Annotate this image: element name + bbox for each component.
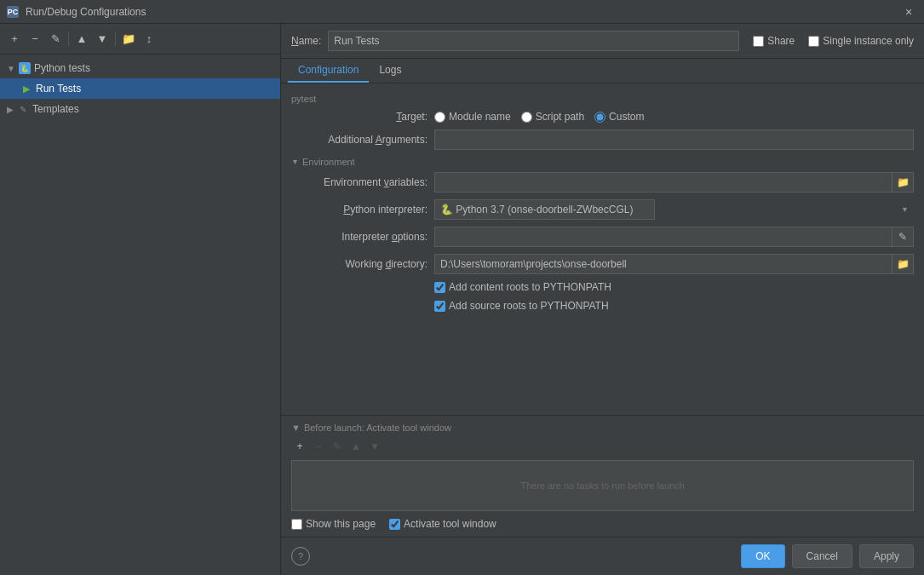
template-icon: ✎ xyxy=(17,103,29,115)
config-tree: ▼ 🐍 Python tests ▶ Run Tests ▶ ✎ Templat… xyxy=(0,55,280,575)
name-row: Name: Share Single instance only xyxy=(281,24,924,59)
share-row: Share Single instance only xyxy=(753,35,914,47)
single-instance-checkbox[interactable] xyxy=(808,36,819,47)
additional-args-row: Additional Arguments: xyxy=(291,129,914,150)
browse-folder-icon: 📁 xyxy=(897,176,910,188)
sort-button[interactable]: ↕ xyxy=(140,30,158,49)
expand-button[interactable]: ▲ xyxy=(72,30,91,49)
single-instance-checkbox-label[interactable]: Single instance only xyxy=(808,35,914,47)
sort-icon: ↕ xyxy=(146,32,152,45)
environment-section-header[interactable]: ▼ Environment xyxy=(291,157,914,167)
bl-up-button[interactable]: ▲ xyxy=(347,438,364,455)
bl-edit-button[interactable]: ✎ xyxy=(329,438,346,455)
custom-radio[interactable] xyxy=(594,112,605,123)
working-dir-input-group: 📁 xyxy=(434,254,914,274)
python-icon: 🐍 xyxy=(19,62,31,74)
env-arrow-icon: ▼ xyxy=(291,158,299,166)
python-interp-row: Python interpreter: 🐍 Python 3.7 (onse-d… xyxy=(291,199,914,220)
module-name-radio-label[interactable]: Module name xyxy=(434,111,511,123)
python-interp-label: Python interpreter: xyxy=(291,204,428,216)
interp-options-label: Interpreter options: xyxy=(291,231,428,243)
apply-button[interactable]: Apply xyxy=(859,544,914,568)
bl-down-button[interactable]: ▼ xyxy=(366,438,383,455)
folder-button[interactable]: 📁 xyxy=(119,30,138,49)
tree-group-python-tests[interactable]: ▼ 🐍 Python tests xyxy=(0,58,280,78)
show-this-page-checkbox[interactable] xyxy=(291,519,302,530)
activate-tool-window-label[interactable]: Activate tool window xyxy=(389,518,496,530)
toolbar-separator xyxy=(68,32,69,46)
additional-args-label: Additional Arguments: xyxy=(291,134,428,146)
app-icon: PC xyxy=(7,6,19,18)
interp-browse-icon: ✎ xyxy=(898,231,907,243)
before-launch-section: ▼ Before launch: Activate tool window + … xyxy=(281,415,924,537)
left-panel: + − ✎ ▲ ▼ 📁 ↕ xyxy=(0,24,281,575)
config-toolbar: + − ✎ ▲ ▼ 📁 ↕ xyxy=(0,24,280,55)
tree-group-label: Python tests xyxy=(34,62,90,74)
interp-options-browse-button[interactable]: ✎ xyxy=(892,227,914,247)
add-source-roots-label[interactable]: Add source roots to PYTHONPATH xyxy=(434,300,609,312)
folder-icon: 📁 xyxy=(122,32,135,45)
close-button[interactable]: × xyxy=(900,3,917,20)
right-panel: Name: Share Single instance only Configu… xyxy=(281,24,924,575)
add-content-roots-checkbox[interactable] xyxy=(434,282,445,293)
env-vars-input-group: 📁 xyxy=(434,172,914,193)
interp-options-input[interactable] xyxy=(434,227,892,247)
module-name-radio[interactable] xyxy=(434,112,445,123)
templates-label: Templates xyxy=(32,103,79,115)
script-path-radio-label[interactable]: Script path xyxy=(521,111,584,123)
tree-item-run-tests[interactable]: ▶ Run Tests xyxy=(0,78,280,99)
content-roots-row: Add content roots to PYTHONPATH xyxy=(291,281,914,293)
pytest-label: pytest xyxy=(291,94,914,104)
toolbar-separator-2 xyxy=(115,32,116,46)
config-area: pytest Target: Module name Script path xyxy=(281,83,924,415)
ok-button[interactable]: OK xyxy=(741,544,784,568)
name-input[interactable] xyxy=(328,31,739,51)
tab-logs[interactable]: Logs xyxy=(369,59,411,83)
help-button[interactable]: ? xyxy=(291,547,310,566)
custom-radio-label[interactable]: Custom xyxy=(594,111,644,123)
run-icon: ▶ xyxy=(20,83,32,95)
target-label: Target: xyxy=(291,111,428,123)
expand-arrow-icon: ▼ xyxy=(7,64,15,73)
collapse-button[interactable]: ▼ xyxy=(93,30,112,49)
add-config-button[interactable]: + xyxy=(5,30,24,49)
target-radio-group: Module name Script path Custom xyxy=(434,111,914,123)
remove-config-button[interactable]: − xyxy=(26,30,44,49)
share-checkbox[interactable] xyxy=(753,36,764,47)
footer-buttons: OK Cancel Apply xyxy=(741,544,914,568)
working-dir-browse-button[interactable]: 📁 xyxy=(892,254,914,274)
edit-config-button[interactable]: ✎ xyxy=(46,30,65,49)
env-vars-row: Environment variables: 📁 xyxy=(291,172,914,193)
dialog-title: Run/Debug Configurations xyxy=(26,6,893,18)
python-interp-wrapper: 🐍 Python 3.7 (onse-doorbell-ZWbecCGL) xyxy=(434,199,914,220)
template-expand-arrow-icon: ▶ xyxy=(7,105,14,114)
name-label: Name: xyxy=(291,35,321,47)
script-path-radio[interactable] xyxy=(521,112,532,123)
python-interp-select[interactable]: 🐍 Python 3.7 (onse-doorbell-ZWbecCGL) xyxy=(434,199,655,220)
cancel-button[interactable]: Cancel xyxy=(792,544,852,568)
add-content-roots-label[interactable]: Add content roots to PYTHONPATH xyxy=(434,281,611,293)
bottom-checkboxes: Show this page Activate tool window xyxy=(291,518,914,530)
working-dir-label: Working directory: xyxy=(291,258,428,270)
additional-args-input[interactable] xyxy=(434,129,914,150)
source-roots-row: Add source roots to PYTHONPATH xyxy=(291,300,914,312)
bl-remove-button[interactable]: − xyxy=(310,438,327,455)
tabs-row: Configuration Logs xyxy=(281,59,924,83)
show-this-page-label[interactable]: Show this page xyxy=(291,518,376,530)
tree-group-templates[interactable]: ▶ ✎ Templates xyxy=(0,99,280,119)
add-source-roots-checkbox[interactable] xyxy=(434,301,445,312)
env-vars-input[interactable] xyxy=(434,172,892,193)
tab-configuration[interactable]: Configuration xyxy=(288,59,369,83)
footer: ? OK Cancel Apply xyxy=(281,537,924,575)
interp-options-row: Interpreter options: ✎ xyxy=(291,227,914,247)
bl-add-button[interactable]: + xyxy=(291,438,308,455)
share-checkbox-label[interactable]: Share xyxy=(753,35,795,47)
activate-tool-window-checkbox[interactable] xyxy=(389,519,400,530)
footer-left: ? xyxy=(291,547,310,566)
target-row: Target: Module name Script path Custom xyxy=(291,111,914,123)
working-dir-input[interactable] xyxy=(434,254,892,274)
before-launch-header[interactable]: ▼ Before launch: Activate tool window xyxy=(291,423,914,433)
env-vars-browse-button[interactable]: 📁 xyxy=(892,172,914,193)
interp-options-input-group: ✎ xyxy=(434,227,914,247)
before-launch-arrow-icon: ▼ xyxy=(291,423,301,433)
